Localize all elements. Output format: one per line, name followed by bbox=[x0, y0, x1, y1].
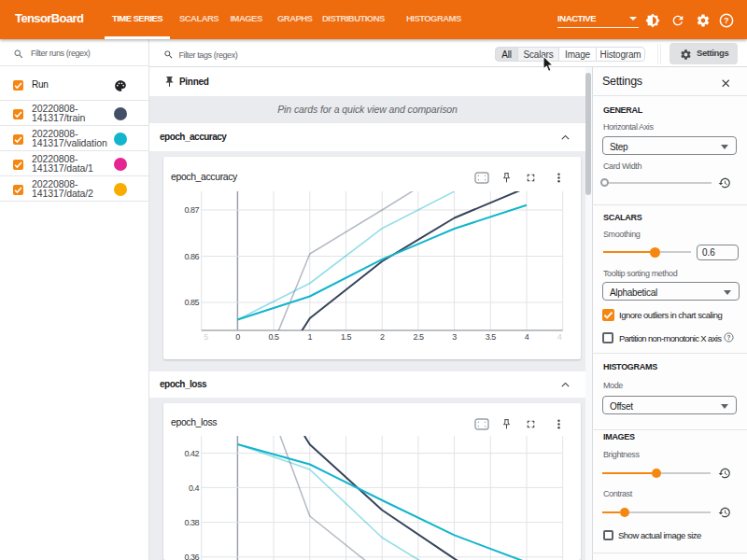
svg-text:2.5: 2.5 bbox=[413, 332, 424, 342]
svg-text:3: 3 bbox=[452, 332, 457, 342]
svg-text:0.4: 0.4 bbox=[189, 483, 200, 493]
svg-text:1.5: 1.5 bbox=[341, 332, 352, 342]
svg-text:0.5: 0.5 bbox=[269, 332, 280, 342]
svg-text:3.5: 3.5 bbox=[486, 332, 497, 342]
svg-text:0.38: 0.38 bbox=[184, 518, 199, 527]
svg-text:0.86: 0.86 bbox=[184, 252, 199, 261]
svg-text:4: 4 bbox=[525, 332, 529, 342]
svg-text:0.87: 0.87 bbox=[184, 205, 199, 215]
svg-text:4: 4 bbox=[557, 332, 562, 342]
svg-text:0: 0 bbox=[235, 332, 240, 342]
svg-text:2: 2 bbox=[380, 332, 385, 342]
svg-text:?: ? bbox=[724, 16, 728, 25]
svg-text:5: 5 bbox=[204, 332, 208, 342]
svg-text:0.36: 0.36 bbox=[184, 553, 199, 560]
svg-text:0.42: 0.42 bbox=[184, 449, 199, 458]
svg-text:1: 1 bbox=[308, 332, 313, 342]
svg-text:?: ? bbox=[727, 334, 731, 341]
svg-text:0.85: 0.85 bbox=[184, 298, 199, 307]
